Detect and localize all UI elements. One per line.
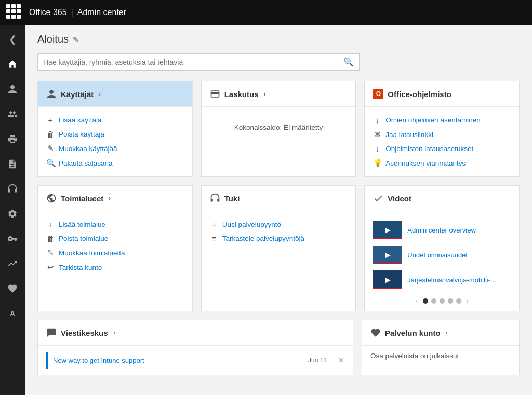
chevron-right-icon5: › (446, 329, 448, 336)
card-viestikeskus-title: Viestikeskus (61, 329, 108, 337)
video-thumb-2: ▶ (373, 246, 402, 264)
video-label-1: Admin center overview (407, 226, 476, 234)
sidebar-item-collapse[interactable]: ❮ (0, 27, 25, 52)
sidebar-item-admin[interactable]: A (0, 301, 25, 326)
card-item-tarkastele[interactable]: ≡ Tarkastele palvelupyyntöjä (210, 231, 348, 246)
card-palvelun-kunto-title: Palvelun kunto (385, 329, 441, 337)
carousel-dot-1[interactable] (423, 298, 428, 304)
card-kayttajat-body: + Lisää käyttäjä 🗑 Poista käyttäjä ✎ Muo… (38, 107, 192, 176)
card-item-install[interactable]: ↓ Omien ohjelmien asentaminen (373, 113, 511, 127)
waffle-menu[interactable] (6, 4, 23, 21)
sidebar-item-user[interactable] (0, 77, 25, 102)
product-name: Office 365 (29, 8, 67, 17)
user-icon (7, 84, 18, 94)
message-close-button[interactable]: ✕ (338, 356, 344, 364)
video-item-1[interactable]: ▶ Admin center overview (373, 217, 511, 242)
sidebar-item-support[interactable] (0, 176, 25, 201)
health-icon (370, 328, 381, 338)
chevron-right-icon: › (99, 90, 101, 98)
card-office-header[interactable]: O Office-ohjelmisto (365, 81, 519, 107)
card-laskutus-header[interactable]: Laskutus › (202, 81, 356, 107)
poista-kayttaja-label: Poista käyttäjä (59, 130, 104, 138)
carousel-prev[interactable]: ‹ (414, 297, 420, 305)
carousel-dot-2[interactable] (431, 298, 436, 304)
troubleshoot-label: Asennuksen vianmääritys (385, 159, 466, 167)
sidebar-item-users[interactable] (0, 102, 25, 127)
card-item-tarkista-kunto[interactable]: ↩ Tarkista kunto (46, 260, 184, 275)
sidebar-item-security[interactable] (0, 226, 25, 251)
message-icon (46, 328, 57, 338)
billing-icon (210, 89, 220, 99)
card-tuki-title: Tuki (224, 194, 240, 203)
message-item-1: New way to get Intune support Jun 13 ✕ (46, 352, 344, 369)
search-input[interactable] (43, 58, 343, 66)
carousel-dot-4[interactable] (448, 298, 453, 304)
card-item-poista-kayttaja[interactable]: 🗑 Poista käyttäjä (46, 127, 184, 141)
lisaa-kayttaja-label: Lisää käyttäjä (59, 116, 102, 124)
carousel-next[interactable]: › (464, 297, 471, 305)
card-laskutus-body: Kokonaissaldo: Ei määritetty (202, 107, 356, 148)
card-toimialueet: Toimialueet › + Lisää toimialue 🗑 Poista… (37, 185, 193, 311)
card-palvelun-kunto-header[interactable]: Palvelun kunto › (362, 320, 519, 346)
chart-icon (7, 258, 18, 269)
card-item-palauta-salasana[interactable]: 🔍 Palauta salasana (46, 156, 184, 170)
video-label-3: Järjestelmänvalvoja-mobilli-... (407, 276, 496, 284)
sidebar-item-settings[interactable] (0, 201, 25, 226)
home-icon (7, 59, 18, 70)
card-office-title: Office-ohjelmisto (388, 90, 451, 99)
carousel-dot-3[interactable] (440, 298, 445, 304)
video-icon (373, 193, 383, 203)
card-toimialueet-header[interactable]: Toimialueet › (38, 186, 192, 211)
card-item-troubleshoot[interactable]: 💡 Asennuksen vianmääritys (373, 156, 511, 170)
card-item-muokkaa-toimialue[interactable]: ✎ Muokkaa toimialuetta (46, 246, 184, 260)
card-viestikeskus: Viestikeskus › New way to get Intune sup… (37, 320, 353, 375)
sidebar-item-home[interactable] (0, 52, 25, 77)
card-item-muokkaa-kayttaja[interactable]: ✎ Muokkaa käyttäjää (46, 141, 184, 156)
person-icon (46, 89, 57, 99)
video-thumb-1: ▶ (373, 221, 402, 239)
card-laskutus-title: Laskutus (224, 90, 259, 99)
card-office: O Office-ohjelmisto ↓ Omien ohjelmien as… (364, 81, 520, 177)
card-tuki-header[interactable]: Tuki (202, 186, 356, 211)
card-videot-header[interactable]: Videot (365, 186, 519, 211)
headset-icon (7, 184, 18, 194)
card-palvelun-kunto-body: Osa palveluista on julkaissut (362, 346, 519, 366)
card-item-lisaa-toimialue[interactable]: + Lisää toimialue (46, 217, 184, 231)
admin-icon: A (10, 309, 15, 318)
card-videot: Videot ▶ Admin center overview ▶ Uudet o… (364, 185, 520, 311)
video-label-2: Uudet ominaisuudet (407, 251, 468, 259)
palvelun-kunto-status: Osa palveluista on julkaissut (370, 352, 459, 360)
trash-icon2: 🗑 (46, 234, 55, 243)
tarkastele-label: Tarkastele palvelupyyntöjä (222, 235, 304, 242)
plus-icon3: + (210, 220, 218, 229)
sidebar-item-document[interactable] (0, 152, 25, 176)
topbar-divider: | (71, 8, 73, 17)
card-viestikeskus-header[interactable]: Viestikeskus › (38, 320, 353, 346)
message-date: Jun 13 (308, 357, 327, 364)
card-item-poista-toimialue[interactable]: 🗑 Poista toimialue (46, 231, 184, 246)
carousel-dot-5[interactable] (456, 298, 461, 304)
palauta-salasana-label: Palauta salasana (59, 159, 113, 167)
sidebar-item-print[interactable] (0, 127, 25, 152)
install-label: Omien ohjelmien asentaminen (385, 116, 480, 124)
lisaa-toimialue-label: Lisää toimialue (59, 221, 105, 228)
chevron-left-icon: ❮ (9, 34, 17, 45)
message-title[interactable]: New way to get Intune support (53, 357, 144, 364)
bulb-icon: 💡 (373, 158, 381, 168)
tarkista-kunto-label: Tarkista kunto (59, 264, 102, 271)
card-kayttajat-title: Käyttäjät (61, 90, 94, 99)
sidebar: ❮ A (0, 25, 25, 395)
settings-icon (7, 209, 18, 219)
edit-page-icon[interactable]: ✎ (73, 35, 79, 44)
card-toimialueet-body: + Lisää toimialue 🗑 Poista toimialue ✎ M… (38, 211, 192, 281)
card-item-share[interactable]: ✉ Jaa latauslinkki (373, 127, 511, 142)
card-item-settings-dl[interactable]: ↓ Ohjelmiston latausasetukset (373, 142, 511, 156)
card-item-lisaa-kayttaja[interactable]: + Lisää käyttäjä (46, 113, 184, 127)
card-item-uusi-palvelupyynto[interactable]: + Uusi palvelupyyntö (210, 217, 348, 231)
card-kayttajat-header[interactable]: Käyttäjät › (38, 81, 192, 107)
video-item-3[interactable]: ▶ Järjestelmänvalvoja-mobilli-... (373, 267, 511, 292)
main-content: Aloitus ✎ 🔍 Käyttäjät › + Lisää käyttäjä (25, 25, 532, 395)
sidebar-item-reports[interactable] (0, 251, 25, 276)
video-item-2[interactable]: ▶ Uudet ominaisuudet (373, 242, 511, 267)
sidebar-item-health[interactable] (0, 276, 25, 301)
